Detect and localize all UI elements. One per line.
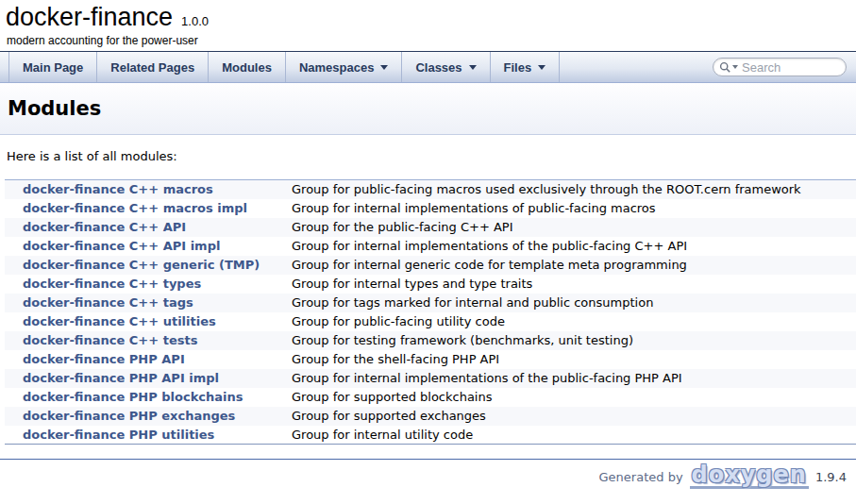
tab-label: Namespaces: [299, 60, 375, 75]
table-row: docker-finance C++ generic (TMP) Group f…: [5, 256, 856, 275]
tab-label: Classes: [415, 60, 462, 75]
main-nav: Main Page Related Pages Modules Namespac…: [0, 51, 856, 83]
table-row: docker-finance C++ macros impl Group for…: [5, 199, 856, 218]
table-row: docker-finance PHP exchanges Group for s…: [5, 407, 856, 426]
table-row: docker-finance C++ types Group for inter…: [5, 275, 856, 294]
search-box[interactable]: [713, 58, 847, 76]
module-description: Group for internal types and type traits: [285, 275, 856, 294]
module-link[interactable]: docker-finance PHP API: [23, 352, 185, 366]
modules-table: docker-finance C++ macros Group for publ…: [5, 179, 856, 445]
table-row: docker-finance C++ API impl Group for in…: [5, 237, 856, 256]
module-description: Group for internal utility code: [285, 426, 856, 445]
tab-label: Related Pages: [110, 60, 194, 75]
module-link[interactable]: docker-finance PHP exchanges: [23, 409, 235, 423]
search-area: [713, 52, 856, 82]
table-row: docker-finance PHP utilities Group for i…: [5, 426, 856, 445]
generated-by-label: Generated by: [599, 470, 683, 484]
module-description: Group for internal implementations of th…: [285, 237, 856, 256]
module-link[interactable]: docker-finance C++ API impl: [23, 239, 220, 253]
search-input[interactable]: [742, 60, 836, 75]
page-title: Modules: [0, 97, 101, 120]
module-description: Group for testing framework (benchmarks,…: [285, 331, 856, 350]
module-link[interactable]: docker-finance C++ utilities: [23, 314, 216, 328]
tab-namespaces[interactable]: Namespaces: [286, 52, 403, 82]
table-row: docker-finance C++ API Group for the pub…: [5, 218, 856, 237]
tab-label: Files: [504, 60, 532, 75]
module-description: Group for internal generic code for temp…: [285, 256, 856, 275]
tab-files[interactable]: Files: [491, 52, 561, 82]
module-description: Group for supported exchanges: [285, 407, 856, 426]
generator-version: 1.9.4: [815, 470, 847, 484]
module-description: Group for the shell-facing PHP API: [285, 350, 856, 369]
module-description: Group for internal implementations of pu…: [285, 199, 856, 218]
title-area: docker-finance 1.0.0 modern accounting f…: [0, 0, 856, 51]
module-link[interactable]: docker-finance C++ macros: [23, 182, 213, 196]
tab-classes[interactable]: Classes: [402, 52, 490, 82]
module-link[interactable]: docker-finance PHP utilities: [23, 428, 214, 442]
project-version: 1.0.0: [181, 14, 209, 28]
modules-intro: Here is a list of all modules:: [0, 135, 856, 163]
module-link[interactable]: docker-finance PHP blockchains: [23, 390, 243, 404]
module-link[interactable]: docker-finance C++ generic (TMP): [23, 258, 260, 272]
search-filter-chevron-icon: [732, 65, 738, 69]
table-row: docker-finance C++ utilities Group for p…: [5, 312, 856, 331]
table-row: docker-finance C++ tags Group for tags m…: [5, 294, 856, 312]
table-row: docker-finance PHP blockchains Group for…: [5, 388, 856, 407]
tab-label: Modules: [222, 60, 272, 75]
tab-related-pages[interactable]: Related Pages: [97, 52, 209, 82]
tab-main-page[interactable]: Main Page: [8, 52, 97, 82]
chevron-down-icon: [380, 65, 388, 70]
module-description: Group for public-facing utility code: [285, 312, 856, 331]
module-description: Group for internal implementations of th…: [285, 369, 856, 388]
table-row: docker-finance PHP API impl Group for in…: [5, 369, 856, 388]
tab-label: Main Page: [23, 60, 83, 75]
module-link[interactable]: docker-finance C++ tags: [23, 295, 193, 310]
page-header: Modules: [0, 83, 856, 135]
chevron-down-icon: [538, 65, 545, 70]
footer: Generated by doxygen 1.9.4: [0, 460, 856, 489]
module-link[interactable]: docker-finance C++ macros impl: [23, 201, 247, 215]
module-link[interactable]: docker-finance C++ types: [23, 277, 201, 291]
module-link[interactable]: docker-finance C++ tests: [23, 333, 197, 347]
chevron-down-icon: [469, 65, 477, 70]
nav-tablist: Main Page Related Pages Modules Namespac…: [0, 52, 560, 82]
doxygen-logo[interactable]: doxygen: [690, 465, 809, 489]
project-row: docker-finance 1.0.0: [6, 3, 856, 32]
project-name: docker-finance: [6, 3, 173, 32]
table-row: docker-finance C++ tests Group for testi…: [5, 331, 856, 350]
module-link[interactable]: docker-finance C++ API: [23, 220, 186, 234]
table-row: docker-finance C++ macros Group for publ…: [5, 180, 856, 199]
project-brief: modern accounting for the power-user: [6, 32, 856, 51]
module-description: Group for supported blockchains: [285, 388, 856, 407]
contents: Here is a list of all modules: docker-fi…: [0, 135, 856, 445]
module-description: Group for public-facing macros used excl…: [285, 180, 856, 199]
module-link[interactable]: docker-finance PHP API impl: [23, 371, 219, 385]
tab-modules[interactable]: Modules: [209, 52, 286, 82]
module-description: Group for tags marked for internal and p…: [285, 294, 856, 312]
module-description: Group for the public-facing C++ API: [285, 218, 856, 237]
search-icon[interactable]: [719, 61, 738, 74]
table-row: docker-finance PHP API Group for the she…: [5, 350, 856, 369]
